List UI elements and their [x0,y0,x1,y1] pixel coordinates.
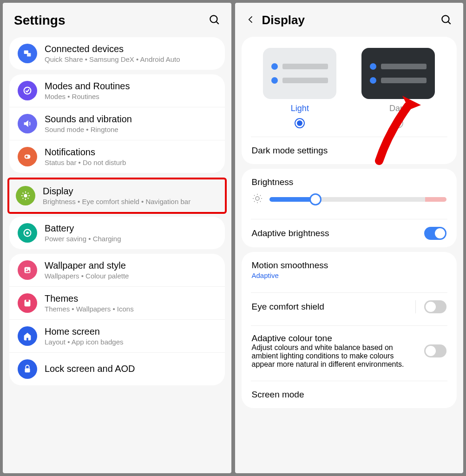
theme-option-light[interactable]: Light [263,48,336,128]
connected-icon [18,44,37,63]
notifications-icon [18,147,37,166]
sound-icon [18,114,37,133]
page-title: Settings [14,13,202,28]
row-subtitle: Status bar • Do not disturb [45,159,217,166]
svg-line-28 [254,195,254,196]
svg-point-0 [210,15,217,22]
adaptive-brightness-toggle[interactable] [424,227,446,240]
row-text: Lock screen and AOD [45,364,217,375]
row-subtitle: Sound mode • Ringtone [45,126,217,133]
theme-selector: Light Dark [242,37,457,132]
motion-smoothness-row[interactable]: Motion smoothness Adaptive [242,252,457,288]
settings-row-lock[interactable]: Lock screen and AOD [9,352,225,385]
brightness-label: Brightness [242,169,457,190]
row-text: DisplayBrightness • Eye comfort shield •… [43,186,218,205]
row-text: Home screenLayout • App icon badges [45,326,217,346]
search-icon[interactable] [440,13,452,27]
brightness-slider-row [242,190,457,214]
svg-line-32 [254,201,254,202]
row-title: Wallpaper and style [45,260,217,271]
settings-row-modes[interactable]: Modes and RoutinesModes • Routines [9,74,225,107]
svg-line-15 [28,193,29,194]
row-text: Sounds and vibrationSound mode • Rington… [45,114,217,133]
svg-point-23 [442,15,449,22]
brightness-icon [252,193,263,206]
settings-header: Settings [3,3,231,33]
radio-light[interactable] [295,118,305,128]
adaptive-brightness-row[interactable]: Adaptive brightness [242,219,457,247]
row-subtitle: Layout • App icon badges [45,338,217,346]
row-subtitle: Themes • Wallpapers • Icons [45,305,217,313]
svg-line-24 [448,21,451,24]
settings-row-wallpaper[interactable]: Wallpaper and styleWallpapers • Colour p… [9,254,225,286]
svg-line-1 [216,22,218,24]
svg-rect-3 [27,53,31,56]
eye-comfort-row[interactable]: Eye comfort shield [242,293,457,321]
svg-rect-21 [26,300,29,302]
brightness-card: Brightness Adaptive brightness [242,169,457,247]
settings-screen: Settings Connected devicesQuick Share • … [3,3,231,473]
search-icon[interactable] [208,13,220,27]
svg-point-19 [26,269,27,270]
settings-group: BatteryPower saving • Charging [9,217,225,249]
svg-line-29 [260,201,260,202]
colour-tone-toggle[interactable] [424,344,446,357]
row-text: Modes and RoutinesModes • Routines [45,81,217,100]
theme-card: Light Dark Dark mode settings [242,37,457,164]
row-subtitle: Modes • Routines [45,93,217,100]
display-icon [16,186,35,205]
row-text: Wallpaper and styleWallpapers • Colour p… [45,260,217,280]
display-screen: Display Light [235,3,464,473]
dark-mode-settings-row[interactable]: Dark mode settings [242,137,457,164]
row-title: Home screen [45,326,217,337]
eye-comfort-toggle[interactable] [424,300,446,313]
row-text: Connected devicesQuick Share • Samsung D… [45,44,217,63]
theme-label-light: Light [291,104,309,113]
svg-line-14 [23,198,24,199]
row-title: Connected devices [45,44,217,54]
brightness-slider-thumb[interactable] [309,193,322,205]
settings-row-sound[interactable]: Sounds and vibrationSound mode • Rington… [9,107,225,140]
row-title: Lock screen and AOD [45,364,217,374]
home-icon [18,326,37,346]
theme-label-dark: Dark [389,104,407,113]
theme-option-dark[interactable]: Dark [361,48,435,128]
colour-tone-row[interactable]: Adaptive colour tone Adjust colours and … [242,326,457,376]
row-title: Display [43,186,218,197]
screen-mode-row[interactable]: Screen mode [242,381,457,408]
settings-row-display-highlight: DisplayBrightness • Eye comfort shield •… [7,178,227,214]
row-title: Notifications [45,147,217,158]
brightness-slider[interactable] [269,197,447,202]
svg-point-6 [26,156,28,158]
settings-row-display[interactable]: DisplayBrightness • Eye comfort shield •… [9,179,225,212]
settings-row-battery[interactable]: BatteryPower saving • Charging [9,217,225,249]
svg-line-13 [28,198,29,199]
back-icon[interactable] [246,15,256,26]
row-subtitle: Brightness • Eye comfort shield • Naviga… [43,198,218,205]
settings-row-connected[interactable]: Connected devicesQuick Share • Samsung D… [9,37,225,70]
theme-preview-light [263,48,336,99]
lock-icon [18,359,37,379]
settings-group: Wallpaper and styleWallpapers • Colour p… [9,254,225,385]
display-list[interactable]: Light Dark Dark mode settings Brightness [235,32,464,473]
settings-row-themes[interactable]: ThemesThemes • Wallpapers • Icons [9,286,225,319]
row-title: Themes [45,293,217,304]
row-title: Battery [45,223,217,234]
settings-group: Connected devicesQuick Share • Samsung D… [9,37,225,70]
settings-row-notifications[interactable]: NotificationsStatus bar • Do not disturb [9,140,225,173]
svg-rect-22 [25,368,30,372]
settings-list[interactable]: Connected devicesQuick Share • Samsung D… [3,33,231,473]
row-subtitle: Wallpapers • Colour palette [45,272,217,280]
row-title: Sounds and vibration [45,114,217,125]
settings-row-home[interactable]: Home screenLayout • App icon badges [9,319,225,352]
display-header: Display [235,3,464,32]
wallpaper-icon [18,260,37,280]
svg-line-12 [23,193,24,194]
themes-icon [18,293,37,313]
row-text: NotificationsStatus bar • Do not disturb [45,147,217,166]
row-subtitle: Power saving • Charging [45,235,217,243]
row-subtitle: Quick Share • Samsung DeX • Android Auto [45,55,217,63]
modes-icon [18,81,37,100]
radio-dark[interactable] [393,118,403,128]
svg-point-25 [256,197,259,200]
